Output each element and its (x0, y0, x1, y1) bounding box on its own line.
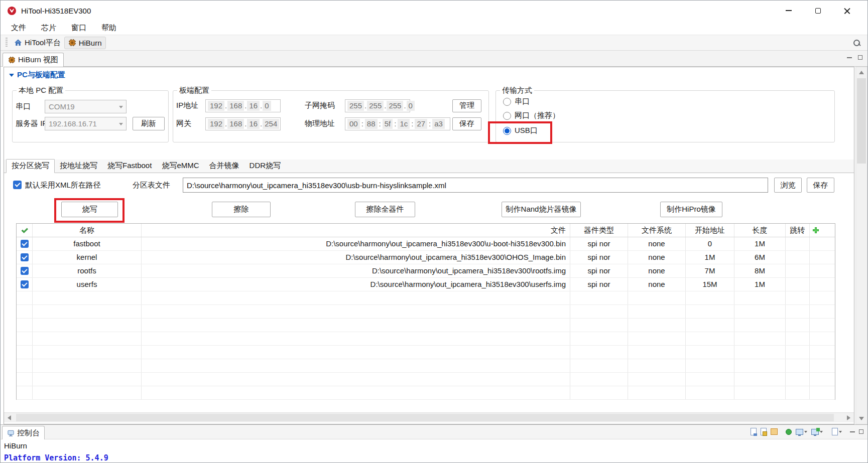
serial-port-label: 串口 (16, 102, 45, 111)
horizontal-scrollbar[interactable] (4, 412, 854, 422)
tab-ddr-burn[interactable]: DDR烧写 (244, 160, 286, 173)
perspective-label: HiTool平台 (25, 38, 61, 48)
perspective-hiburn[interactable]: HiBurn (64, 37, 106, 49)
refresh-button[interactable]: 刷新 (133, 117, 165, 130)
minimize-console-icon[interactable] (850, 431, 855, 432)
row-check-cell (17, 237, 33, 250)
row-check-cell (17, 278, 33, 291)
menu-help[interactable]: 帮助 (101, 23, 116, 33)
make-hipro-image-button[interactable]: 制作HiPro镜像 (660, 202, 722, 217)
cell-jump (786, 251, 810, 264)
browse-button[interactable]: 浏览 (774, 178, 802, 193)
board-ip-input[interactable]: 192168160 (205, 99, 281, 112)
use-xml-path-checkbox[interactable] (13, 181, 22, 189)
tab-burn-emmc[interactable]: 烧写eMMC (157, 160, 204, 173)
scroll-right-icon[interactable] (847, 415, 850, 420)
row-checkbox[interactable] (21, 267, 29, 275)
minimize-icon (786, 10, 792, 11)
pin-console-icon[interactable] (786, 429, 792, 435)
tab-burn-fastboot[interactable]: 烧写Fastboot (102, 160, 157, 173)
table-row-userfs[interactable]: userfs D:\source\harmony\out_ipcamera_hi… (17, 278, 835, 291)
minimize-window-button[interactable] (774, 1, 803, 21)
ip-octet: 255 (347, 101, 364, 111)
table-row-fastboot[interactable]: fastboot D:\source\harmony\out_ipcamera_… (17, 237, 835, 251)
menu-window[interactable]: 窗口 (71, 23, 86, 33)
header-check-cell[interactable] (17, 224, 33, 237)
table-row-rootfs[interactable]: rootfs D:\source\harmony\out_ipcamera_hi… (17, 264, 835, 278)
row-checkbox[interactable] (21, 240, 29, 248)
group-title: 板端配置 (177, 86, 211, 95)
scroll-up-icon[interactable] (859, 71, 864, 74)
row-checkbox[interactable] (21, 280, 29, 288)
ip-octet: 254 (263, 119, 279, 129)
partition-table-file-label: 分区表文件 (133, 181, 170, 190)
cell-file-system: none (628, 251, 686, 264)
tab-console[interactable]: 控制台 (2, 426, 45, 439)
manage-button[interactable]: 管理 (452, 99, 481, 112)
tab-burn-by-address[interactable]: 按地址烧写 (55, 160, 102, 173)
pc-board-config-section-header[interactable]: PC与板端配置 (9, 70, 65, 80)
display-selected-console-button[interactable] (796, 429, 807, 435)
horizontal-scrollbar-thumb[interactable] (16, 414, 834, 421)
console-view-menu-button[interactable] (832, 428, 842, 435)
perspective-hitool-platform[interactable]: HiTool平台 (11, 37, 64, 49)
add-row-plus-icon[interactable] (812, 227, 819, 234)
menu-file[interactable]: 文件 (11, 23, 26, 33)
gateway-input[interactable]: 19216816254 (205, 117, 281, 130)
cell-file: D:\source\harmony\out_ipcamera_hi3518ev3… (142, 264, 570, 277)
clear-console-icon[interactable] (751, 428, 757, 435)
mac-address-input[interactable]: 00885f1c27a3 (345, 117, 450, 130)
cell-name: kernel (33, 251, 142, 264)
column-header-name[interactable]: 名称 (33, 224, 142, 237)
vertical-scrollbar[interactable] (855, 67, 867, 424)
mac-segment: 27 (415, 119, 427, 129)
table-empty-row (17, 319, 835, 332)
column-header-start-addr[interactable]: 开始地址 (686, 224, 734, 237)
make-nand-image-button[interactable]: 制作Nand烧片器镜像 (502, 202, 581, 217)
column-header-file[interactable]: 文件 (142, 224, 570, 237)
server-ip-select[interactable]: 192.168.16.71 (45, 117, 127, 130)
erase-all-button[interactable]: 擦除全器件 (355, 202, 415, 217)
maximize-window-button[interactable] (803, 1, 832, 21)
maximize-view-icon[interactable] (858, 55, 862, 60)
cell-start-addr: 15M (686, 278, 734, 291)
word-wrap-icon[interactable] (771, 428, 778, 435)
radio-network[interactable]: 网口（推荐） (503, 111, 560, 120)
save-xml-button[interactable]: 保存 (807, 178, 834, 193)
table-empty-row (17, 359, 835, 373)
maximize-console-icon[interactable] (859, 429, 863, 434)
toolbar-drag-handle[interactable] (6, 38, 8, 48)
search-icon[interactable] (853, 40, 860, 47)
scroll-left-icon[interactable] (8, 415, 11, 420)
radio-serial[interactable]: 串口 (503, 97, 530, 106)
display-console-icon (796, 429, 803, 435)
menu-chip[interactable]: 芯片 (41, 23, 56, 33)
row-check-cell (17, 251, 33, 264)
close-icon (844, 8, 850, 14)
close-window-button[interactable] (832, 1, 861, 21)
save-board-button[interactable]: 保存 (452, 117, 481, 130)
column-header-device-type[interactable]: 器件类型 (570, 224, 628, 237)
vertical-scrollbar-thumb[interactable] (857, 78, 866, 164)
serial-port-select[interactable]: COM19 (45, 100, 127, 113)
table-row-kernel[interactable]: kernel D:\source\harmony\out_ipcamera_hi… (17, 251, 835, 264)
cell-extra (810, 278, 835, 291)
chevron-down-icon (119, 106, 123, 108)
open-console-button[interactable] (811, 429, 823, 435)
server-ip-label: 服务器 IP (16, 119, 45, 128)
erase-button[interactable]: 擦除 (212, 202, 271, 217)
subnet-mask-input[interactable]: 2552552550 (345, 99, 410, 112)
column-header-file-system[interactable]: 文件系统 (628, 224, 686, 237)
tab-burn-by-partition[interactable]: 按分区烧写 (6, 159, 55, 173)
partition-table-file-input[interactable]: D:\source\harmony\out_ipcamera_hi3518ev3… (183, 178, 768, 193)
column-header-jump[interactable]: 跳转 (786, 224, 810, 237)
tab-hiburn-view[interactable]: HiBurn 视图 (3, 53, 64, 67)
column-header-length[interactable]: 长度 (734, 224, 786, 237)
cell-device-type: spi nor (570, 251, 628, 264)
ip-octet: 0 (407, 101, 415, 111)
minimize-view-icon[interactable] (847, 57, 852, 58)
row-checkbox[interactable] (21, 253, 29, 261)
tab-merge-image[interactable]: 合并镜像 (204, 160, 244, 173)
scroll-lock-icon[interactable] (761, 428, 767, 435)
scroll-down-icon[interactable] (859, 417, 864, 420)
